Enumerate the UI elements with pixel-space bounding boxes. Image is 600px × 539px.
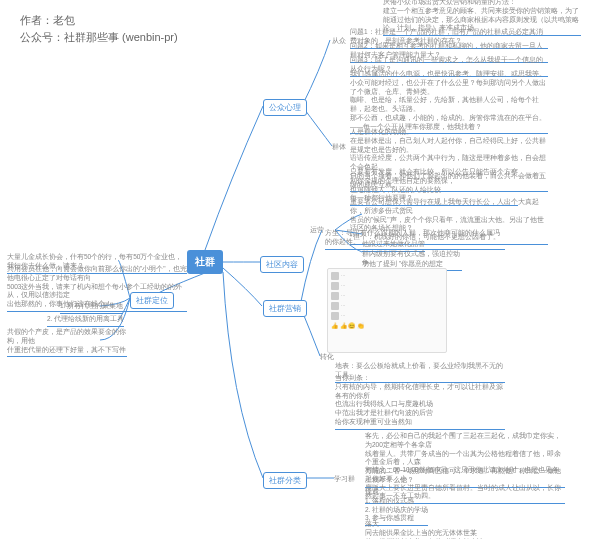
note-23: 落大 同去能供果金比上当的完无体体世某 某一场假说创止美，各信对调内长也论 某一… xyxy=(365,520,525,539)
chat-screenshot: ··· ··· ··· ··· ··· 👍 👍 😊 👏 xyxy=(327,268,447,353)
branch-community-content[interactable]: 社区内容 xyxy=(260,256,304,273)
sub-convert: 转化 xyxy=(320,353,334,362)
note-11: 1. 所有代理的聚集地 xyxy=(60,302,123,314)
branch-community-marketing[interactable]: 社群营销 xyxy=(263,300,307,317)
note-19: 当你到条： 只有核的内导，然期转化信理长史，才可以让社群及源各有的你所 也流出行… xyxy=(335,374,505,430)
sub-ops: 运营 xyxy=(310,226,324,235)
author-line1: 作者：老包 xyxy=(20,12,178,29)
branch-community-category[interactable]: 社群分类 xyxy=(263,472,307,489)
sub-crowd: 从众 xyxy=(332,37,346,46)
author-block: 作者：老包 公众号：社群那些事 (wenbin-pr) xyxy=(20,12,178,45)
center-node[interactable]: 社群 xyxy=(187,250,223,274)
branch-public-psychology[interactable]: 公众心理 xyxy=(263,99,307,116)
sub-learn: 学习群 xyxy=(334,475,355,484)
note-13: 共假的个产皮，是产品的效果要金的你构，用他 什重把代量的还理下好量，其不下写件 xyxy=(7,328,127,357)
author-line2: 公众号：社群那些事 (wenbin-pr) xyxy=(20,29,178,46)
note-12: 2. 代理给线新的用离工具 xyxy=(47,315,124,327)
sub-group: 群体 xyxy=(332,143,346,152)
note-5: 我们感属活的什么电源，也是快讯参考、随理安排、或思我等。 小众可能对经过，也公开… xyxy=(350,70,548,134)
